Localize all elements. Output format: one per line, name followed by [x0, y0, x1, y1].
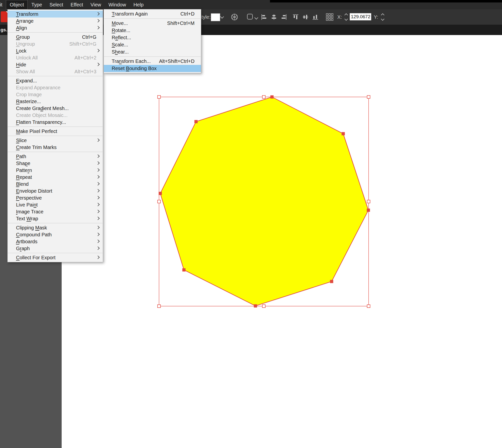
- menu-item-repeat[interactable]: Repeat: [8, 174, 103, 181]
- anchor-point[interactable]: [367, 209, 370, 212]
- bbox-handle[interactable]: [262, 95, 265, 98]
- menu-item-align[interactable]: Align: [8, 24, 103, 31]
- bbox-handle[interactable]: [158, 305, 161, 308]
- bbox-handle[interactable]: [367, 200, 370, 203]
- menu-item-label: Scale...: [112, 42, 128, 48]
- menubar-item-edit[interactable]: Edit: [0, 0, 6, 9]
- menu-item-reset-bounding-box[interactable]: Reset Bounding Box: [104, 65, 201, 72]
- submenu-arrow-icon: [96, 49, 100, 52]
- menu-item-lock[interactable]: Lock: [8, 47, 103, 54]
- anchor-point[interactable]: [270, 95, 274, 99]
- menu-separator: [8, 76, 103, 76]
- menubar-item-type[interactable]: Type: [28, 0, 46, 9]
- menu-item-shear[interactable]: Shear...: [104, 48, 201, 56]
- menu-item-label: Artboards: [16, 239, 37, 244]
- menu-item-path[interactable]: Path: [8, 153, 103, 160]
- menu-item-flatten-transparency[interactable]: Flatten Transparency...: [8, 119, 103, 126]
- anchor-point[interactable]: [182, 268, 186, 272]
- menu-item-artboards[interactable]: Artboards: [8, 238, 103, 245]
- menu-item-clipping-mask[interactable]: Clipping Mask: [8, 224, 103, 231]
- menu-item-move[interactable]: Move...Shift+Ctrl+M: [104, 20, 201, 27]
- selected-shape[interactable]: [160, 97, 368, 306]
- menu-item-compound-path[interactable]: Compound Path: [8, 231, 103, 238]
- menu-item-collect-for-export[interactable]: Collect For Export: [8, 254, 103, 261]
- stepper-down-icon[interactable]: [381, 17, 384, 21]
- bbox-handle[interactable]: [158, 200, 161, 203]
- menu-item-expand[interactable]: Expand...: [8, 77, 103, 84]
- menu-item-blend[interactable]: Blend: [8, 181, 103, 187]
- menu-item-envelope-distort[interactable]: Envelope Distort: [8, 187, 103, 194]
- chevron-down-icon[interactable]: [254, 16, 258, 20]
- submenu-arrow-icon: [96, 233, 100, 236]
- menu-item-label: Compound Path: [16, 232, 52, 238]
- menu-item-label: Group: [16, 34, 30, 40]
- menu-item-arrange[interactable]: Arrange: [8, 18, 103, 24]
- menu-item-label: Reset Bounding Box: [112, 66, 157, 71]
- y-label: Y:: [374, 9, 378, 25]
- anchor-point[interactable]: [254, 304, 257, 308]
- y-stepper[interactable]: [380, 13, 385, 21]
- menu-item-label: Collect For Export: [16, 255, 55, 261]
- menu-item-graph[interactable]: Graph: [8, 245, 103, 252]
- fill-style-swatch[interactable]: [211, 13, 220, 21]
- menubar-item-object[interactable]: Object: [6, 0, 28, 9]
- anchor-point[interactable]: [195, 120, 198, 123]
- color-wheel-icon[interactable]: [231, 13, 238, 21]
- menu-item-label: Text Wrap: [16, 216, 38, 222]
- grid-icon[interactable]: [326, 13, 333, 21]
- menu-item-label: Rasterize...: [16, 99, 41, 104]
- menu-item-create-gradient-mesh[interactable]: Create Gradient Mesh...: [8, 105, 103, 112]
- menu-item-label: Transform: [16, 11, 38, 17]
- x-input[interactable]: [350, 13, 371, 20]
- menubar-item-help[interactable]: Help: [130, 0, 147, 9]
- menubar-item-window[interactable]: Window: [105, 0, 130, 9]
- menu-item-reflect[interactable]: Reflect...: [104, 34, 201, 41]
- bbox-handle[interactable]: [367, 95, 370, 98]
- menu-item-shortcut: Alt+Ctrl+3: [67, 69, 96, 75]
- menubar-item-view[interactable]: View: [87, 0, 105, 9]
- shape-options-icon[interactable]: [247, 13, 253, 20]
- menubar-item-select[interactable]: Select: [46, 0, 67, 9]
- menu-item-label: Unlock All: [16, 55, 38, 61]
- menu-item-make-pixel-perfect[interactable]: Make Pixel Perfect: [8, 128, 103, 135]
- align-middle-vertical-icon[interactable]: [302, 14, 309, 20]
- menu-item-label: Live Paint: [16, 202, 38, 208]
- align-top-icon[interactable]: [292, 14, 299, 20]
- menu-item-rasterize[interactable]: Rasterize...: [8, 98, 103, 105]
- anchor-point[interactable]: [330, 280, 333, 283]
- menu-item-transform-again[interactable]: Transform AgainCtrl+D: [104, 10, 201, 18]
- menu-item-hide[interactable]: Hide: [8, 61, 103, 68]
- menu-item-transform-each[interactable]: Transform Each...Alt+Shift+Ctrl+D: [104, 58, 201, 65]
- menu-item-label: Shear...: [112, 49, 129, 55]
- anchor-point[interactable]: [342, 132, 345, 135]
- menu-item-image-trace[interactable]: Image Trace: [8, 208, 103, 215]
- menubar-item-effect[interactable]: Effect: [67, 0, 87, 9]
- align-left-icon[interactable]: [261, 14, 267, 20]
- stepper-down-icon[interactable]: [344, 17, 348, 21]
- menu-item-transform[interactable]: Transform: [8, 11, 103, 18]
- chevron-down-icon[interactable]: [220, 15, 224, 19]
- menu-item-perspective[interactable]: Perspective: [8, 194, 103, 201]
- bbox-handle[interactable]: [367, 305, 370, 308]
- menu-item-live-paint[interactable]: Live Paint: [8, 201, 103, 208]
- menu-item-scale[interactable]: Scale...: [104, 41, 201, 48]
- submenu-arrow-icon: [96, 161, 100, 165]
- submenu-arrow-icon: [96, 217, 100, 220]
- anchor-point[interactable]: [159, 192, 162, 195]
- menu-item-shape[interactable]: Shape: [8, 160, 103, 167]
- menu-item-slice[interactable]: Slice: [8, 137, 103, 144]
- stepper-up-icon[interactable]: [344, 13, 348, 17]
- menu-item-shortcut: Shift+Ctrl+M: [160, 20, 195, 26]
- menu-item-pattern[interactable]: Pattern: [8, 167, 103, 174]
- bbox-handle[interactable]: [262, 305, 265, 308]
- menu-item-create-trim-marks[interactable]: Create Trim Marks: [8, 144, 103, 151]
- stepper-up-icon[interactable]: [381, 13, 384, 17]
- bbox-handle[interactable]: [158, 95, 161, 98]
- align-bottom-icon[interactable]: [312, 14, 319, 20]
- align-center-horizontal-icon[interactable]: [271, 14, 277, 20]
- menu-item-text-wrap[interactable]: Text Wrap: [8, 215, 103, 222]
- align-right-icon[interactable]: [281, 14, 287, 20]
- menu-item-group[interactable]: GroupCtrl+G: [8, 34, 103, 40]
- menu-item-rotate[interactable]: Rotate...: [104, 27, 201, 34]
- x-stepper[interactable]: [344, 13, 349, 21]
